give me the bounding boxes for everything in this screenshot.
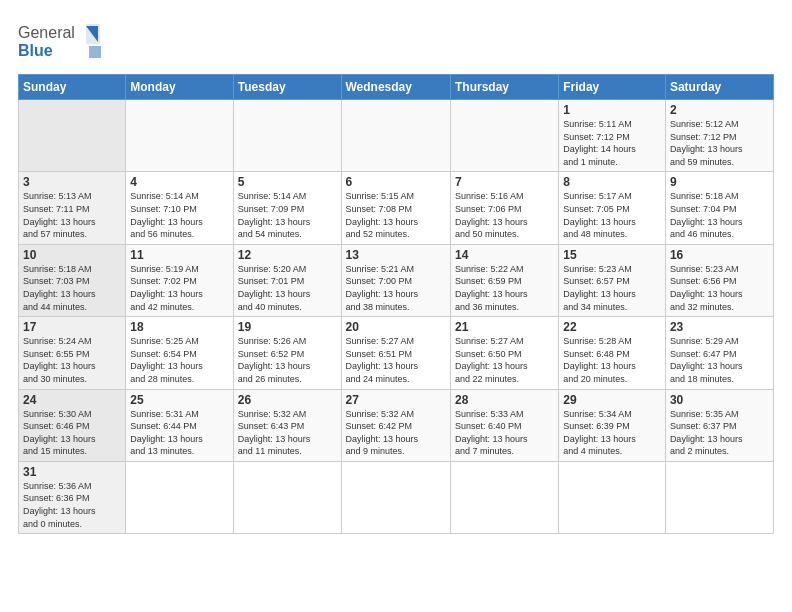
day-cell: 17Sunrise: 5:24 AM Sunset: 6:55 PM Dayli…	[19, 317, 126, 389]
day-cell: 18Sunrise: 5:25 AM Sunset: 6:54 PM Dayli…	[126, 317, 233, 389]
day-cell: 22Sunrise: 5:28 AM Sunset: 6:48 PM Dayli…	[559, 317, 666, 389]
week-row-3: 10Sunrise: 5:18 AM Sunset: 7:03 PM Dayli…	[19, 244, 774, 316]
day-cell	[233, 461, 341, 533]
day-info: Sunrise: 5:26 AM Sunset: 6:52 PM Dayligh…	[238, 335, 337, 385]
day-cell: 31Sunrise: 5:36 AM Sunset: 6:36 PM Dayli…	[19, 461, 126, 533]
day-number: 7	[455, 175, 554, 189]
day-number: 25	[130, 393, 228, 407]
calendar-header: SundayMondayTuesdayWednesdayThursdayFrid…	[19, 75, 774, 100]
day-info: Sunrise: 5:17 AM Sunset: 7:05 PM Dayligh…	[563, 190, 661, 240]
day-number: 29	[563, 393, 661, 407]
day-cell	[450, 100, 558, 172]
day-cell: 30Sunrise: 5:35 AM Sunset: 6:37 PM Dayli…	[665, 389, 773, 461]
day-number: 24	[23, 393, 121, 407]
weekday-header-tuesday: Tuesday	[233, 75, 341, 100]
day-info: Sunrise: 5:24 AM Sunset: 6:55 PM Dayligh…	[23, 335, 121, 385]
day-info: Sunrise: 5:34 AM Sunset: 6:39 PM Dayligh…	[563, 408, 661, 458]
day-info: Sunrise: 5:19 AM Sunset: 7:02 PM Dayligh…	[130, 263, 228, 313]
day-number: 16	[670, 248, 769, 262]
day-number: 26	[238, 393, 337, 407]
page: General Blue SundayMondayTuesdayWednesda…	[0, 0, 792, 612]
day-info: Sunrise: 5:14 AM Sunset: 7:10 PM Dayligh…	[130, 190, 228, 240]
week-row-5: 24Sunrise: 5:30 AM Sunset: 6:46 PM Dayli…	[19, 389, 774, 461]
day-number: 12	[238, 248, 337, 262]
day-info: Sunrise: 5:11 AM Sunset: 7:12 PM Dayligh…	[563, 118, 661, 168]
day-number: 3	[23, 175, 121, 189]
svg-text:Blue: Blue	[18, 42, 53, 59]
day-info: Sunrise: 5:21 AM Sunset: 7:00 PM Dayligh…	[346, 263, 446, 313]
day-cell: 1Sunrise: 5:11 AM Sunset: 7:12 PM Daylig…	[559, 100, 666, 172]
day-cell: 11Sunrise: 5:19 AM Sunset: 7:02 PM Dayli…	[126, 244, 233, 316]
day-number: 31	[23, 465, 121, 479]
day-cell	[450, 461, 558, 533]
weekday-row: SundayMondayTuesdayWednesdayThursdayFrid…	[19, 75, 774, 100]
logo: General Blue	[18, 18, 108, 64]
day-cell: 13Sunrise: 5:21 AM Sunset: 7:00 PM Dayli…	[341, 244, 450, 316]
day-cell: 10Sunrise: 5:18 AM Sunset: 7:03 PM Dayli…	[19, 244, 126, 316]
day-cell	[233, 100, 341, 172]
day-number: 13	[346, 248, 446, 262]
day-number: 20	[346, 320, 446, 334]
day-info: Sunrise: 5:18 AM Sunset: 7:04 PM Dayligh…	[670, 190, 769, 240]
day-info: Sunrise: 5:13 AM Sunset: 7:11 PM Dayligh…	[23, 190, 121, 240]
day-cell	[665, 461, 773, 533]
day-info: Sunrise: 5:32 AM Sunset: 6:42 PM Dayligh…	[346, 408, 446, 458]
day-number: 23	[670, 320, 769, 334]
day-number: 1	[563, 103, 661, 117]
week-row-2: 3Sunrise: 5:13 AM Sunset: 7:11 PM Daylig…	[19, 172, 774, 244]
day-number: 9	[670, 175, 769, 189]
day-info: Sunrise: 5:32 AM Sunset: 6:43 PM Dayligh…	[238, 408, 337, 458]
day-info: Sunrise: 5:25 AM Sunset: 6:54 PM Dayligh…	[130, 335, 228, 385]
day-cell: 9Sunrise: 5:18 AM Sunset: 7:04 PM Daylig…	[665, 172, 773, 244]
day-cell	[341, 100, 450, 172]
calendar-body: 1Sunrise: 5:11 AM Sunset: 7:12 PM Daylig…	[19, 100, 774, 534]
weekday-header-wednesday: Wednesday	[341, 75, 450, 100]
week-row-4: 17Sunrise: 5:24 AM Sunset: 6:55 PM Dayli…	[19, 317, 774, 389]
svg-text:General: General	[18, 24, 75, 41]
day-cell: 24Sunrise: 5:30 AM Sunset: 6:46 PM Dayli…	[19, 389, 126, 461]
day-cell: 25Sunrise: 5:31 AM Sunset: 6:44 PM Dayli…	[126, 389, 233, 461]
day-cell: 23Sunrise: 5:29 AM Sunset: 6:47 PM Dayli…	[665, 317, 773, 389]
day-info: Sunrise: 5:35 AM Sunset: 6:37 PM Dayligh…	[670, 408, 769, 458]
day-cell: 12Sunrise: 5:20 AM Sunset: 7:01 PM Dayli…	[233, 244, 341, 316]
day-info: Sunrise: 5:23 AM Sunset: 6:57 PM Dayligh…	[563, 263, 661, 313]
day-number: 4	[130, 175, 228, 189]
day-cell	[126, 100, 233, 172]
day-number: 11	[130, 248, 228, 262]
day-info: Sunrise: 5:12 AM Sunset: 7:12 PM Dayligh…	[670, 118, 769, 168]
day-info: Sunrise: 5:22 AM Sunset: 6:59 PM Dayligh…	[455, 263, 554, 313]
day-cell: 6Sunrise: 5:15 AM Sunset: 7:08 PM Daylig…	[341, 172, 450, 244]
day-cell	[19, 100, 126, 172]
day-cell	[341, 461, 450, 533]
day-cell: 2Sunrise: 5:12 AM Sunset: 7:12 PM Daylig…	[665, 100, 773, 172]
day-cell: 14Sunrise: 5:22 AM Sunset: 6:59 PM Dayli…	[450, 244, 558, 316]
day-cell: 7Sunrise: 5:16 AM Sunset: 7:06 PM Daylig…	[450, 172, 558, 244]
day-number: 15	[563, 248, 661, 262]
day-number: 19	[238, 320, 337, 334]
day-info: Sunrise: 5:18 AM Sunset: 7:03 PM Dayligh…	[23, 263, 121, 313]
day-info: Sunrise: 5:31 AM Sunset: 6:44 PM Dayligh…	[130, 408, 228, 458]
day-cell: 3Sunrise: 5:13 AM Sunset: 7:11 PM Daylig…	[19, 172, 126, 244]
day-info: Sunrise: 5:20 AM Sunset: 7:01 PM Dayligh…	[238, 263, 337, 313]
weekday-header-sunday: Sunday	[19, 75, 126, 100]
week-row-1: 1Sunrise: 5:11 AM Sunset: 7:12 PM Daylig…	[19, 100, 774, 172]
header: General Blue	[18, 18, 774, 64]
day-cell: 19Sunrise: 5:26 AM Sunset: 6:52 PM Dayli…	[233, 317, 341, 389]
day-cell: 4Sunrise: 5:14 AM Sunset: 7:10 PM Daylig…	[126, 172, 233, 244]
day-cell: 8Sunrise: 5:17 AM Sunset: 7:05 PM Daylig…	[559, 172, 666, 244]
day-info: Sunrise: 5:27 AM Sunset: 6:50 PM Dayligh…	[455, 335, 554, 385]
day-number: 2	[670, 103, 769, 117]
day-number: 27	[346, 393, 446, 407]
day-info: Sunrise: 5:16 AM Sunset: 7:06 PM Dayligh…	[455, 190, 554, 240]
day-cell: 26Sunrise: 5:32 AM Sunset: 6:43 PM Dayli…	[233, 389, 341, 461]
day-number: 8	[563, 175, 661, 189]
weekday-header-monday: Monday	[126, 75, 233, 100]
weekday-header-saturday: Saturday	[665, 75, 773, 100]
day-cell: 21Sunrise: 5:27 AM Sunset: 6:50 PM Dayli…	[450, 317, 558, 389]
day-info: Sunrise: 5:15 AM Sunset: 7:08 PM Dayligh…	[346, 190, 446, 240]
day-cell	[126, 461, 233, 533]
weekday-header-thursday: Thursday	[450, 75, 558, 100]
day-number: 10	[23, 248, 121, 262]
day-info: Sunrise: 5:30 AM Sunset: 6:46 PM Dayligh…	[23, 408, 121, 458]
day-cell: 28Sunrise: 5:33 AM Sunset: 6:40 PM Dayli…	[450, 389, 558, 461]
